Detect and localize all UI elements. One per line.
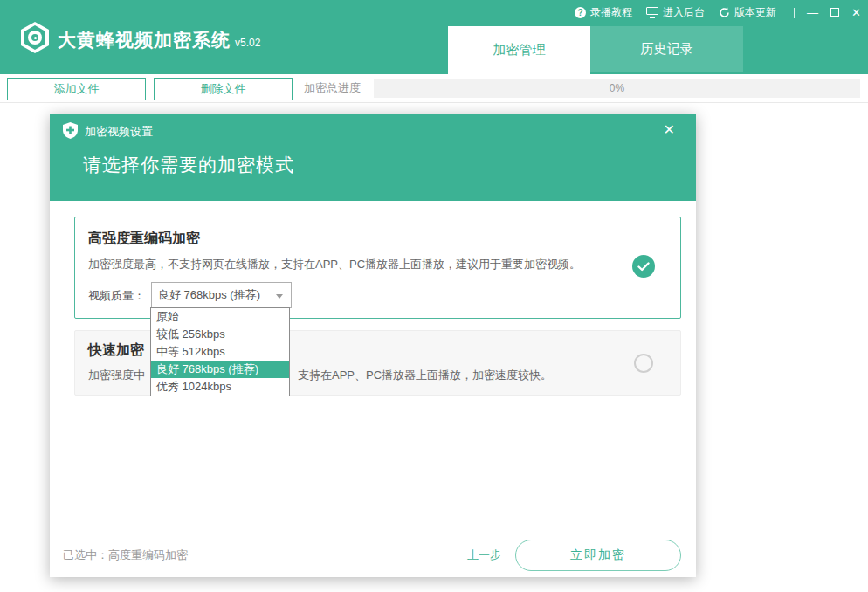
toolbar: 添加文件 删除文件 加密总进度 0% xyxy=(0,74,868,103)
menu-item-tutorial[interactable]: ? 录播教程 xyxy=(575,5,632,20)
app-title: 大黄蜂视频加密系统v5.02 xyxy=(58,28,260,52)
previous-step-button[interactable]: 上一步 xyxy=(467,533,501,577)
menu-item-tutorial-label: 录播教程 xyxy=(590,5,632,20)
fast-encrypt-title: 快速加密 xyxy=(88,341,144,360)
selected-mode-text: 已选中：高度重编码加密 xyxy=(63,533,188,577)
chevron-down-icon xyxy=(276,294,283,299)
help-icon: ? xyxy=(575,7,586,18)
unselected-radio-icon[interactable] xyxy=(634,354,653,373)
minimize-button[interactable]: — xyxy=(807,7,818,19)
shield-plus-icon xyxy=(63,122,78,139)
quality-dropdown-list: 原始 较低 256kbps 中等 512kbps 良好 768kbps (推荐)… xyxy=(150,307,290,396)
app-logo-icon xyxy=(21,22,49,53)
encrypt-settings-dialog: 加密视频设置 ✕ 请选择你需要的加密模式 高强度重编码加密 加密强度最高，不支持… xyxy=(50,114,696,577)
app-version: v5.02 xyxy=(235,37,260,49)
dropdown-option-excellent[interactable]: 优秀 1024kbps xyxy=(151,378,289,396)
video-quality-label: 视频质量： xyxy=(88,288,145,304)
delete-file-button[interactable]: 删除文件 xyxy=(154,78,293,100)
main-tabs: 加密管理 历史记录 xyxy=(448,26,743,74)
dropdown-option-original[interactable]: 原始 xyxy=(151,308,289,326)
dialog-heading: 请选择你需要的加密模式 xyxy=(83,153,294,177)
refresh-icon xyxy=(719,7,730,18)
dropdown-option-low[interactable]: 较低 256kbps xyxy=(151,326,289,343)
selected-check-icon[interactable] xyxy=(632,255,655,278)
tab-history[interactable]: 历史记录 xyxy=(590,26,743,72)
strong-encrypt-title: 高强度重编码加密 xyxy=(88,230,200,248)
window-controls: — ✕ xyxy=(794,7,861,19)
dialog-footer: 已选中：高度重编码加密 上一步 立即加密 xyxy=(50,533,696,577)
dropdown-option-medium[interactable]: 中等 512kbps xyxy=(151,343,289,361)
fast-encrypt-desc-left: 加密强度中 xyxy=(88,368,145,383)
menu-item-backend[interactable]: 进入后台 xyxy=(646,5,705,20)
window-controls-separator xyxy=(794,8,795,18)
add-file-button[interactable]: 添加文件 xyxy=(7,78,146,100)
app-header: ? 录播教程 进入后台 版本更新 — ✕ 大黄蜂视频加密系统v5.02 加密管理… xyxy=(0,0,868,74)
dialog-title: 加密视频设置 xyxy=(85,124,153,140)
total-progress-bar: 0% xyxy=(374,79,860,98)
strong-encrypt-desc: 加密强度最高，不支持网页在线播放，支持在APP、PC播放器上面播放，建议用于重要… xyxy=(88,257,581,272)
total-progress-value: 0% xyxy=(374,79,860,98)
top-menu: ? 录播教程 进入后台 版本更新 — ✕ xyxy=(575,5,861,20)
maximize-icon xyxy=(830,8,839,17)
fast-encrypt-desc-right: 支持在APP、PC播放器上面播放，加密速度较快。 xyxy=(298,368,552,383)
option-card-strong-encrypt[interactable]: 高强度重编码加密 加密强度最高，不支持网页在线播放，支持在APP、PC播放器上面… xyxy=(74,217,681,319)
menu-item-update[interactable]: 版本更新 xyxy=(719,5,776,20)
menu-item-update-label: 版本更新 xyxy=(734,5,776,20)
video-quality-select[interactable]: 良好 768kbps (推荐) xyxy=(151,282,292,308)
video-quality-value: 良好 768kbps (推荐) xyxy=(158,287,260,303)
dialog-header: 加密视频设置 ✕ 请选择你需要的加密模式 xyxy=(50,114,696,201)
dialog-close-icon[interactable]: ✕ xyxy=(664,121,675,138)
monitor-icon xyxy=(646,7,658,18)
maximize-button[interactable] xyxy=(830,7,839,19)
encrypt-now-button[interactable]: 立即加密 xyxy=(515,540,681,571)
total-progress-label: 加密总进度 xyxy=(304,74,361,102)
menu-item-backend-label: 进入后台 xyxy=(663,5,705,20)
tab-encrypt-manage[interactable]: 加密管理 xyxy=(448,26,590,74)
close-button[interactable]: ✕ xyxy=(851,7,861,19)
dropdown-option-good-selected[interactable]: 良好 768kbps (推荐) xyxy=(151,361,289,378)
